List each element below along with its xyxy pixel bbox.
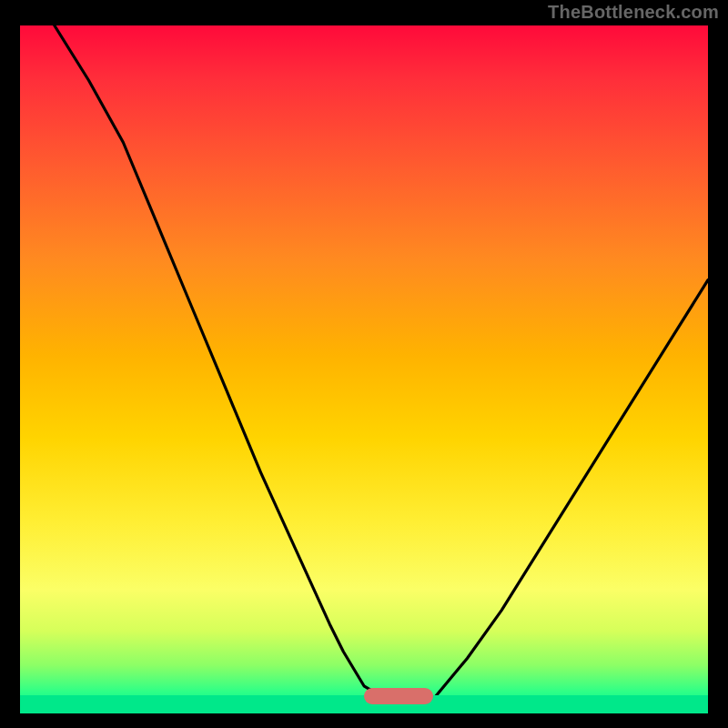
bottleneck-curve [20, 25, 708, 713]
optimal-range-marker [364, 688, 433, 704]
chart-frame: TheBottleneck.com [0, 0, 728, 728]
plot-area [20, 25, 708, 713]
watermark-text: TheBottleneck.com [548, 2, 719, 23]
